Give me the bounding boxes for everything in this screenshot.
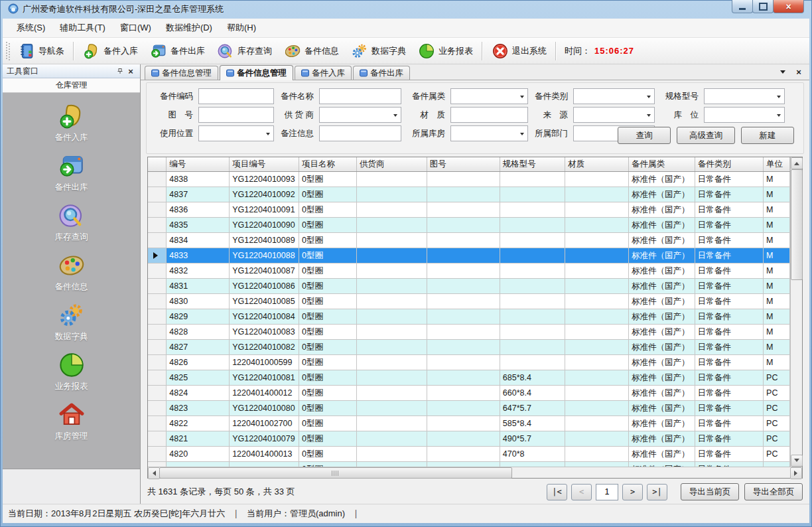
cell-unit[interactable]: M	[764, 264, 790, 279]
cell-drawing[interactable]	[427, 279, 500, 294]
cell-spec[interactable]	[500, 325, 565, 340]
cell-unit[interactable]	[764, 462, 790, 467]
cell-supplier[interactable]	[357, 386, 427, 401]
cell-attr[interactable]: 标准件（国产）	[628, 462, 695, 467]
table-row[interactable]: 4838YG122040100930型圈标准件（国产）日常备件M	[148, 172, 790, 187]
cell-supplier[interactable]	[357, 202, 427, 218]
cell-pno[interactable]: YG12204010090	[230, 218, 299, 233]
cell-drawing[interactable]	[427, 416, 500, 431]
export-current-page-button[interactable]: 导出当前页	[681, 483, 739, 500]
combo-dropdown-button[interactable]	[774, 108, 784, 122]
cell-name[interactable]: 0型圈	[299, 248, 357, 264]
table-row[interactable]: 4836YG122040100910型圈标准件（国产）日常备件M	[148, 202, 790, 218]
table-row[interactable]: 4827YG122040100820型圈标准件（国产）日常备件M	[148, 340, 790, 355]
cell-drawing[interactable]	[427, 172, 500, 187]
cell-pno[interactable]: YG12204010082	[230, 340, 299, 355]
cell-name[interactable]: 0型圈	[299, 340, 357, 355]
table-row[interactable]: 4823YG122040100800型圈647*5.7标准件（国产）日常备件PC	[148, 401, 790, 416]
cell-attr[interactable]: 标准件（国产）	[628, 264, 695, 279]
row-selector-cell[interactable]	[148, 264, 167, 279]
cell-drawing[interactable]	[427, 401, 500, 416]
grid-header-10[interactable]: 单位	[764, 157, 790, 172]
toolbar-item-parts-outbound[interactable]: 备件出库	[144, 40, 211, 62]
vertical-scroll-thumb[interactable]	[791, 169, 803, 280]
grid-header-selector[interactable]	[148, 157, 167, 172]
new-button[interactable]: 新建	[741, 127, 794, 144]
sidebar-item-business-report[interactable]: 业务报表	[32, 351, 111, 392]
cell-spec[interactable]	[500, 187, 565, 202]
tab-list-dropdown-button[interactable]	[778, 66, 788, 77]
cell-drawing[interactable]	[427, 202, 500, 218]
combo-dropdown-button[interactable]	[643, 108, 654, 122]
cell-attr[interactable]: 标准件（国产）	[628, 401, 695, 416]
cell-id[interactable]: 4828	[167, 325, 230, 340]
cell-cat[interactable]: 日常备件	[695, 325, 763, 340]
cell-drawing[interactable]	[427, 447, 500, 462]
toolbar-item-data-dict[interactable]: 数据字典	[345, 40, 412, 62]
row-selector-cell[interactable]	[148, 218, 167, 233]
cell-spec[interactable]: 685*8.4	[500, 370, 565, 386]
cell-cat[interactable]: 日常备件	[695, 401, 763, 416]
tab-close-button[interactable]: ×	[793, 66, 804, 77]
cell-spec[interactable]: 470*8	[500, 447, 565, 462]
cell-name[interactable]: 0型圈	[299, 279, 357, 294]
cell-unit[interactable]: M	[764, 233, 790, 248]
scroll-up-button[interactable]	[791, 157, 803, 169]
cell-material[interactable]	[565, 416, 629, 431]
cell-drawing[interactable]	[427, 462, 500, 467]
tab-parts-outbound[interactable]: 备件出库	[353, 66, 410, 80]
cell-unit[interactable]: PC	[764, 401, 790, 416]
row-selector-cell[interactable]	[148, 172, 167, 187]
cell-spec[interactable]	[500, 355, 565, 370]
cell-cat[interactable]: 日常备件	[695, 264, 763, 279]
cell-spec[interactable]: 490*5.7	[500, 431, 565, 447]
cell-name[interactable]: 0型圈	[299, 172, 357, 187]
cell-spec[interactable]	[500, 309, 565, 325]
table-row[interactable]: 4825YG122040100810型圈685*8.4标准件（国产）日常备件PC	[148, 370, 790, 386]
cell-pno[interactable]: YG12204010085	[230, 294, 299, 309]
toolbar-item-business-report[interactable]: 业务报表	[412, 40, 479, 62]
cell-unit[interactable]: M	[764, 248, 790, 264]
table-row[interactable]: 4832YG122040100870型圈标准件（国产）日常备件M	[148, 264, 790, 279]
cell-pno[interactable]: YG12204010093	[230, 172, 299, 187]
row-selector-cell[interactable]	[148, 202, 167, 218]
cell-id[interactable]: 4826	[167, 355, 230, 370]
cell-unit[interactable]: PC	[764, 386, 790, 401]
cell-supplier[interactable]	[357, 309, 427, 325]
sidebar-item-parts-inbound[interactable]: 备件入库	[32, 102, 111, 143]
tab-parts-info-mgmt-1[interactable]: 备件信息管理	[145, 66, 218, 80]
cell-unit[interactable]: M	[764, 355, 790, 370]
grid-header-7[interactable]: 材质	[565, 157, 629, 172]
row-selector-cell[interactable]	[148, 386, 167, 401]
cell-pno[interactable]: YG12204010089	[230, 233, 299, 248]
cell-pno[interactable]: YG12204010091	[230, 202, 299, 218]
part-name-input[interactable]	[319, 88, 401, 104]
cell-pno[interactable]: YG12204010084	[230, 309, 299, 325]
cell-pno[interactable]: 1220401400012	[230, 386, 299, 401]
cell-material[interactable]	[565, 462, 629, 467]
cell-supplier[interactable]	[357, 340, 427, 355]
grid-header-4[interactable]: 供货商	[357, 157, 427, 172]
cell-unit[interactable]: M	[764, 340, 790, 355]
menu-item-help[interactable]: 帮助(H)	[220, 19, 263, 37]
cell-spec[interactable]	[500, 294, 565, 309]
row-selector-cell[interactable]	[148, 187, 167, 202]
table-row[interactable]: 482412204014000120型圈660*8.4标准件（国产）日常备件PC	[148, 386, 790, 401]
table-row[interactable]: 4833YG122040100880型圈标准件（国产）日常备件M	[148, 248, 790, 264]
toolbar-item-parts-inbound[interactable]: 备件入库	[77, 40, 144, 62]
cell-attr[interactable]: 标准件（国产）	[628, 431, 695, 447]
cell-spec[interactable]	[500, 279, 565, 294]
cell-pno[interactable]	[230, 462, 299, 467]
cell-name[interactable]: 0型圈	[299, 355, 357, 370]
cell-pno[interactable]: 1220401400013	[230, 447, 299, 462]
cell-unit[interactable]: M	[764, 294, 790, 309]
cell-supplier[interactable]	[357, 187, 427, 202]
page-number-input[interactable]	[596, 484, 618, 500]
cell-id[interactable]: 4823	[167, 401, 230, 416]
cell-unit[interactable]: M	[764, 187, 790, 202]
table-row[interactable]: 4837YG122040100920型圈标准件（国产）日常备件M	[148, 187, 790, 202]
horizontal-scrollbar[interactable]	[148, 467, 802, 478]
query-button[interactable]: 查询	[618, 127, 671, 144]
cell-spec[interactable]	[500, 202, 565, 218]
cell-id[interactable]: 4836	[167, 202, 230, 218]
